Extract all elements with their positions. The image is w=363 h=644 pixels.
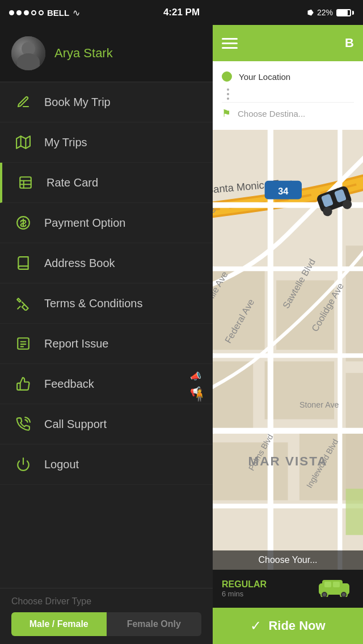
sidebar-item-label: Logout [44, 458, 79, 471]
sidebar-item-call-support[interactable]: Call Support [0, 404, 213, 444]
person-megaphone-icon: 🧍 [192, 388, 207, 402]
dollar-icon [14, 213, 33, 232]
svg-text:Stoner Ave: Stoner Ave [299, 400, 339, 409]
svg-rect-23 [213, 442, 288, 500]
sidebar-item-label: My Trips [44, 136, 87, 149]
bluetooth-icon: ⭓ [307, 9, 314, 17]
power-icon [14, 455, 33, 474]
sidebar-item-book-trip[interactable]: Book My Trip [0, 82, 213, 122]
avatar-image [11, 36, 45, 70]
your-location-text: Your Location [239, 72, 290, 82]
sidebar-item-feedback[interactable]: Feedback 📣 📢 🧍 [0, 364, 213, 404]
hamburger-line-1 [222, 38, 238, 40]
svg-line-9 [18, 306, 20, 308]
sidebar-item-label: Book My Trip [44, 96, 111, 109]
rate-card-icon [16, 173, 35, 192]
svg-rect-3 [20, 177, 31, 188]
map-container: Santa Monica Fwy 10 34 Granville Ave [213, 130, 363, 570]
svg-rect-63 [333, 582, 340, 587]
svg-point-67 [342, 593, 345, 596]
username: Arya Stark [54, 46, 113, 61]
sidebar-item-label: Report Issue [44, 337, 108, 350]
sidebar-item-label: Call Support [44, 418, 107, 431]
status-time: 4:21 PM [163, 7, 200, 18]
signal-dots [9, 10, 44, 15]
map-overlay-label: Choose Your... [213, 550, 363, 570]
signal-dot-2 [16, 10, 22, 15]
right-header-letter: B [345, 36, 354, 50]
feedback-extra-icons: 📣 📢 🧍 [190, 371, 201, 397]
signal-dot-1 [9, 10, 14, 15]
car-info: REGULAR 6 mins [222, 577, 354, 601]
car-type: REGULAR [222, 579, 267, 590]
pen-icon [14, 92, 33, 112]
svg-rect-21 [213, 361, 253, 431]
battery-icon [336, 9, 354, 16]
hamburger-line-2 [222, 43, 238, 44]
svg-text:MAR VISTA: MAR VISTA [248, 454, 327, 468]
map-icon [14, 133, 33, 152]
location-circle-icon [222, 71, 232, 82]
battery-percentage: 22% [317, 8, 333, 17]
svg-marker-0 [16, 136, 30, 149]
status-right: ⭓ 22% [307, 8, 354, 17]
megaphone-icon-top: 📣 [190, 371, 201, 382]
svg-point-66 [323, 593, 326, 596]
svg-rect-62 [324, 582, 331, 587]
status-bar: BELL ∿ 4:21 PM ⭓ 22% [0, 0, 363, 25]
driver-btn-male-female[interactable]: Male / Female [11, 612, 107, 636]
signal-dot-4 [31, 10, 36, 15]
driver-btn-female-only[interactable]: Female Only [107, 612, 202, 636]
wifi-icon: ∿ [73, 7, 80, 18]
sidebar-item-address-book[interactable]: Address Book [0, 243, 213, 283]
bottom-section: REGULAR 6 mins [213, 570, 363, 608]
right-panel: B Your Location ⚑ Choose Destina... [213, 25, 363, 644]
your-location-row[interactable]: Your Location [222, 67, 354, 86]
svg-line-8 [22, 302, 24, 304]
hamburger-line-3 [222, 47, 238, 49]
phone-icon [14, 414, 33, 434]
map-label-text: Choose Your... [258, 555, 317, 565]
checkmark-icon: ✓ [250, 618, 261, 634]
address-book-icon [14, 253, 33, 273]
flag-icon: ⚑ [222, 107, 231, 120]
gavel-icon [14, 294, 33, 313]
sidebar-item-report-issue[interactable]: Report Issue [0, 324, 213, 364]
car-time: 6 mins [222, 590, 267, 598]
sidebar-item-my-trips[interactable]: My Trips [0, 122, 213, 163]
driver-type-buttons: Male / Female Female Only [11, 612, 201, 636]
left-panel: Arya Stark Book My Trip [0, 25, 213, 644]
driver-type-label: Choose Driver Type [11, 596, 201, 607]
svg-rect-22 [265, 361, 335, 419]
main-layout: Arya Stark Book My Trip [0, 25, 363, 644]
hamburger-menu[interactable] [222, 38, 238, 49]
right-header: B [213, 25, 363, 61]
sidebar-item-terms[interactable]: Terms & Conditions [0, 283, 213, 324]
thumbs-up-icon [14, 374, 33, 393]
car-icon [314, 577, 354, 601]
location-inputs: Your Location ⚑ Choose Destina... [213, 61, 363, 130]
status-left: BELL ∿ [9, 7, 80, 18]
signal-dot-5 [39, 10, 44, 15]
map-view: Santa Monica Fwy 10 34 Granville Ave [213, 130, 363, 570]
sidebar-item-label: Payment Option [44, 217, 125, 230]
profile-header: Arya Stark [0, 25, 213, 82]
report-icon [14, 334, 33, 353]
sidebar-item-logout[interactable]: Logout [0, 444, 213, 485]
svg-text:34: 34 [278, 186, 288, 196]
driver-type-section: Choose Driver Type Male / Female Female … [0, 588, 213, 644]
menu-list: Book My Trip My Trips [0, 82, 213, 588]
sidebar-item-label: Terms & Conditions [44, 297, 142, 310]
car-details: REGULAR 6 mins [222, 579, 267, 598]
destination-text: Choose Destina... [238, 109, 305, 118]
carrier-label: BELL [47, 8, 69, 18]
sidebar-item-label: Feedback [44, 378, 94, 391]
sidebar-item-rate-card[interactable]: Rate Card [0, 163, 213, 203]
signal-dot-3 [24, 10, 29, 15]
avatar [11, 36, 45, 70]
sidebar-item-label: Rate Card [47, 176, 98, 189]
sidebar-item-payment[interactable]: Payment Option [0, 203, 213, 243]
ride-now-button[interactable]: ✓ Ride Now [213, 608, 363, 644]
sidebar-item-label: Address Book [44, 257, 115, 270]
destination-row[interactable]: ⚑ Choose Destina... [222, 103, 354, 124]
